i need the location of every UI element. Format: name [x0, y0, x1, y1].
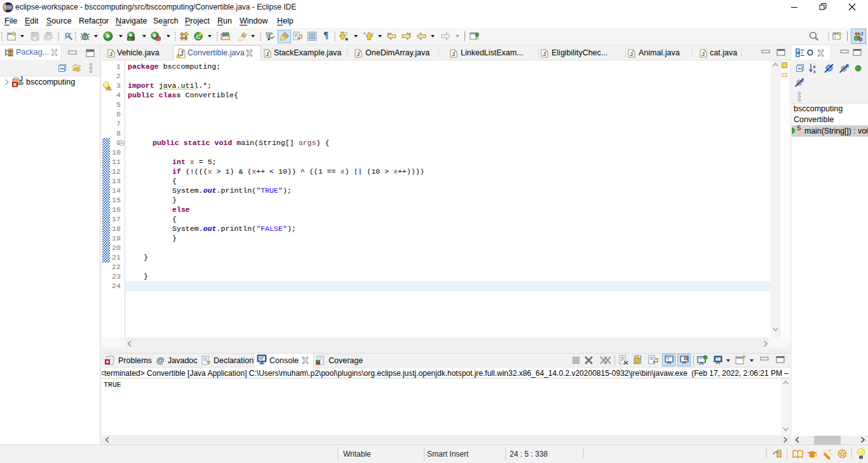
svg-text:J: J — [452, 51, 455, 57]
svg-text:J: J — [180, 50, 184, 57]
svg-text:J: J — [860, 31, 864, 37]
svg-text:z: z — [813, 68, 816, 74]
svg-text:J: J — [266, 51, 269, 57]
svg-text:J: J — [356, 51, 360, 57]
svg-text:J: J — [109, 51, 112, 57]
svg-text:J: J — [20, 76, 24, 83]
svg-text:J: J — [630, 51, 633, 57]
svg-text:J: J — [543, 51, 546, 57]
svg-text:J: J — [702, 51, 705, 57]
